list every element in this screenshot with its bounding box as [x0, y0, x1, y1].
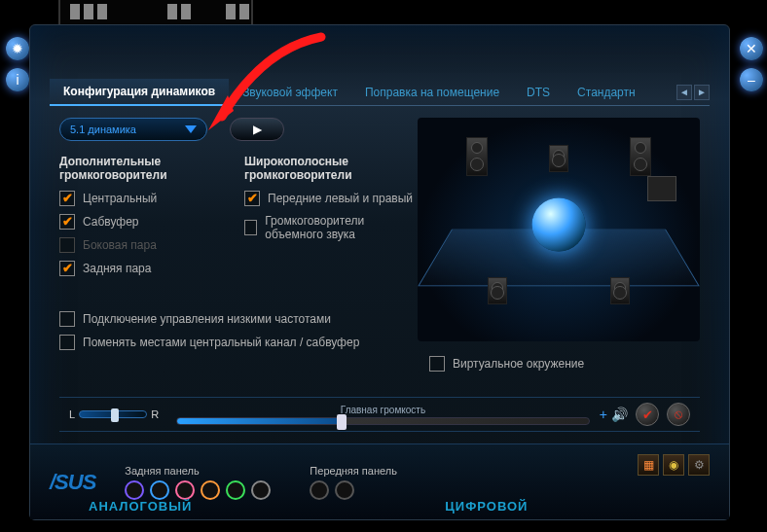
fullrange-heading: Широкополосные громкоговорители [244, 155, 420, 183]
tab-speaker-config[interactable]: Конфигурация динамиков [50, 79, 229, 106]
speaker-front-left[interactable] [466, 137, 488, 176]
speaker-center[interactable] [549, 145, 568, 172]
jack-rear-6[interactable] [251, 480, 271, 500]
tab-bar: Конфигурация динамиков Звуковой эффект П… [50, 79, 710, 106]
cb-surround[interactable] [244, 220, 257, 235]
tab-dts[interactable]: DTS [513, 80, 564, 105]
jack-rear-4[interactable] [201, 480, 220, 500]
device-btn-2[interactable]: ◉ [663, 454, 684, 476]
front-jacks [310, 480, 397, 500]
play-test-button[interactable]: ▶ [230, 118, 284, 141]
tab-scroll-left[interactable]: ◄ [676, 85, 692, 100]
speaker-icon: 🔊 [611, 407, 628, 422]
extra-speakers-heading: Дополнительные громкоговорители [59, 155, 215, 183]
balance-r-label: R [151, 408, 159, 420]
jack-rear-3[interactable] [175, 480, 195, 500]
cb-rear-pair-label: Задняя пара [83, 262, 151, 275]
cb-subwoofer[interactable] [59, 214, 75, 230]
cb-virtual-label: Виртуальное окружение [453, 357, 584, 371]
cb-virtual-surround[interactable] [429, 356, 445, 372]
speaker-rear-left[interactable] [488, 277, 507, 304]
asus-logo: /SUS [50, 470, 95, 495]
main-frame: Конфигурация динамиков Звуковой эффект П… [29, 24, 730, 520]
speaker-config-dropdown[interactable]: 5.1 динамика [59, 118, 207, 141]
cb-center[interactable] [59, 191, 75, 206]
mute-button[interactable]: ⦸ [667, 403, 690, 426]
volume-plus-label: + [600, 407, 607, 422]
top-connector-strip [58, 0, 253, 24]
cb-front-lr[interactable] [244, 191, 260, 206]
speaker-front-right[interactable] [630, 137, 651, 176]
cb-rear-pair[interactable] [59, 261, 75, 276]
chevron-down-icon [185, 125, 197, 133]
rear-panel-label: Задняя панель [125, 465, 271, 477]
listener-sphere-icon [532, 198, 586, 252]
jack-front-2[interactable] [335, 480, 354, 500]
main-volume-label: Главная громкость [176, 405, 590, 415]
cb-side-pair [59, 237, 75, 253]
balance-slider[interactable] [79, 410, 147, 418]
tab-scroll-right[interactable]: ► [694, 85, 710, 100]
jack-rear-5[interactable] [226, 480, 245, 500]
info-orb[interactable]: i [6, 68, 29, 91]
close-orb[interactable]: ✕ [740, 37, 763, 60]
speaker-subwoofer[interactable] [647, 176, 676, 201]
device-btn-3[interactable]: ⚙ [688, 454, 710, 476]
jack-front-1[interactable] [310, 480, 329, 500]
cb-subwoofer-label: Сабвуфер [83, 215, 139, 229]
minimize-orb[interactable]: – [740, 68, 763, 91]
apply-button[interactable]: ✔ [636, 403, 659, 426]
cb-swap-label: Поменять местами центральный канал / саб… [83, 336, 359, 349]
cb-bass-mgmt[interactable] [59, 311, 75, 327]
main-volume-slider[interactable] [176, 417, 590, 425]
tab-sound-effect[interactable]: Звуковой эффект [229, 80, 351, 105]
cb-center-label: Центральный [83, 192, 157, 205]
dropdown-value: 5.1 динамика [70, 124, 136, 135]
cb-front-lr-label: Передние левый и правый [268, 192, 413, 205]
device-btn-1[interactable]: ▦ [638, 454, 659, 476]
speaker-rear-right[interactable] [610, 277, 630, 304]
tab-room-correction[interactable]: Поправка на помещение [351, 80, 513, 105]
rear-jacks [125, 480, 271, 500]
jack-rear-2[interactable] [150, 480, 169, 500]
settings-orb[interactable]: ✹ [6, 37, 29, 60]
mode-digital[interactable]: ЦИФРОВОЙ [445, 499, 528, 514]
volume-row: L R Главная громкость + 🔊 ✔ ⦸ [59, 397, 700, 432]
front-panel-label: Передняя панель [310, 465, 397, 477]
mode-analog[interactable]: АНАЛОГОВЫЙ [89, 499, 192, 514]
cb-swap-center-sub[interactable] [59, 335, 75, 350]
bottom-panel: /SUS Задняя панель Передняя панель ▦ ◉ ⚙ [30, 443, 729, 519]
cb-bass-mgmt-label: Подключение управления низкими частотами [83, 312, 331, 326]
cb-side-pair-label: Боковая пара [83, 238, 157, 252]
play-icon: ▶ [253, 123, 262, 136]
speaker-layout-diagram [418, 118, 700, 341]
tab-default[interactable]: Стандартн [564, 80, 649, 105]
jack-rear-1[interactable] [125, 480, 144, 500]
balance-l-label: L [69, 408, 75, 420]
cb-surround-label: Громкоговорители объемного звука [265, 214, 420, 241]
